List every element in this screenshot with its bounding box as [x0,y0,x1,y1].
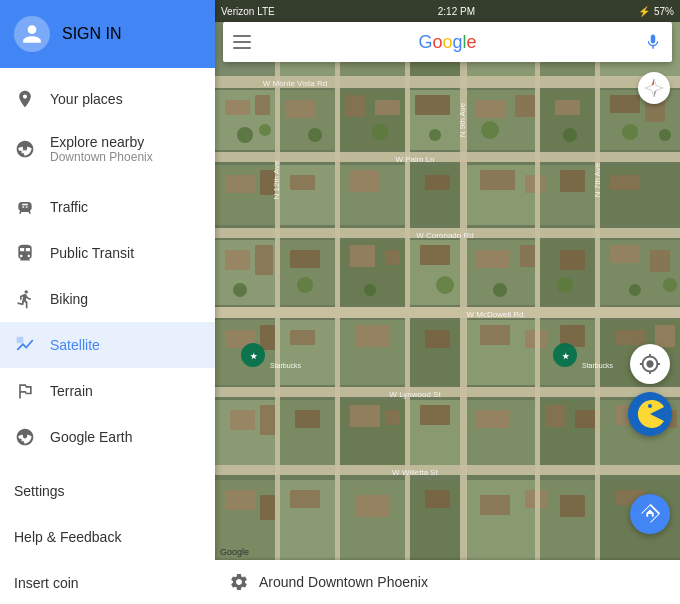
svg-rect-88 [295,410,320,428]
svg-text:W Palm Ln: W Palm Ln [395,155,434,164]
svg-rect-108 [425,490,450,508]
svg-rect-37 [290,175,315,190]
svg-rect-21 [375,100,400,115]
svg-rect-121 [405,22,410,582]
svg-rect-0 [17,337,24,344]
svg-rect-89 [350,405,380,427]
sidebar-label-your-places: Your places [50,91,201,107]
google-search-bar[interactable]: Google [223,22,672,62]
svg-rect-56 [420,245,450,265]
svg-point-136 [364,284,376,296]
sidebar-item-biking[interactable]: Biking [0,276,215,322]
around-settings-icon [229,572,249,592]
sidebar-label-transit: Public Transit [50,245,201,261]
svg-point-125 [237,127,253,143]
sidebar-label-biking: Biking [50,291,201,307]
explore-icon [14,138,36,160]
compass-icon [643,77,665,99]
mic-icon[interactable] [644,33,662,51]
sidebar-item-insert-coin[interactable]: Insert coin [0,560,215,604]
svg-text:N 7th Ave: N 7th Ave [593,162,602,197]
carrier-text: Verizon LTE [221,6,275,17]
nav-icon [639,503,661,525]
svg-rect-19 [285,100,315,118]
sidebar-item-settings[interactable]: Settings [0,468,215,514]
svg-rect-23 [475,100,505,118]
terrain-icon [14,380,36,402]
sidebar-label-traffic: Traffic [50,199,201,215]
svg-point-140 [629,284,641,296]
svg-text:N 9th Ave: N 9th Ave [458,102,467,137]
sidebar-item-google-earth[interactable]: Google Earth [0,414,215,460]
svg-rect-104 [225,490,255,510]
compass-button[interactable] [638,72,670,104]
sidebar-item-terrain[interactable]: Terrain [0,368,215,414]
signin-button[interactable]: SIGN IN [0,0,215,68]
svg-rect-54 [350,245,375,267]
settings-label: Settings [14,483,65,499]
svg-rect-34 [600,165,680,225]
svg-rect-65 [410,320,460,385]
navigation-button[interactable] [630,494,670,534]
sidebar-label-terrain: Terrain [50,383,201,399]
svg-rect-86 [230,410,255,430]
svg-point-141 [663,278,677,292]
svg-point-129 [429,129,441,141]
map-container[interactable]: W Monte Vista Rd W Palm Ln W Coronado Rd… [215,0,680,604]
traffic-icon [14,196,36,218]
svg-point-130 [481,121,499,139]
hamburger-menu-icon[interactable] [233,35,251,49]
sidebar-item-transit[interactable]: Public Transit [0,230,215,276]
svg-rect-17 [225,100,250,115]
svg-rect-80 [280,400,335,465]
svg-rect-11 [280,90,335,150]
my-location-button[interactable] [630,344,670,384]
sidebar-item-help[interactable]: Help & Feedback [0,514,215,560]
sidebar-item-traffic[interactable]: Traffic [0,184,215,230]
svg-text:W Willetta St: W Willetta St [392,468,439,477]
svg-rect-18 [255,95,270,115]
location-icon [14,88,36,110]
svg-rect-107 [355,495,390,517]
svg-rect-118 [215,465,680,475]
svg-rect-101 [465,480,535,560]
svg-rect-20 [345,95,365,117]
svg-point-132 [622,124,638,140]
svg-point-126 [259,124,271,136]
svg-rect-119 [275,22,280,582]
sidebar-item-explore-nearby[interactable]: Explore nearby Downtown Phoenix [0,122,215,176]
help-label: Help & Feedback [14,529,121,545]
sidebar-item-your-places[interactable]: Your places [0,76,215,122]
svg-rect-39 [425,175,450,190]
svg-point-139 [557,277,573,293]
svg-rect-124 [595,22,600,582]
svg-rect-91 [420,405,450,425]
svg-text:W Lynwood St: W Lynwood St [389,390,441,399]
svg-rect-70 [260,325,275,350]
svg-rect-43 [610,175,640,190]
svg-rect-83 [465,400,535,465]
svg-rect-90 [385,410,400,425]
svg-rect-31 [410,165,460,225]
svg-rect-40 [480,170,515,190]
pacman-button[interactable] [628,392,672,436]
sidebar-label-earth: Google Earth [50,429,201,445]
svg-rect-60 [610,245,640,263]
svg-rect-45 [280,240,335,305]
svg-rect-72 [355,325,390,347]
sidebar-item-satellite[interactable]: Satellite [0,322,215,368]
svg-rect-106 [290,490,320,508]
battery-text: 57% [654,6,674,17]
svg-point-134 [233,283,247,297]
location-target-icon [639,353,661,375]
svg-rect-77 [615,330,645,345]
svg-text:Google: Google [220,547,249,557]
svg-point-133 [659,129,671,141]
sidebar-sublabel-explore: Downtown Phoenix [50,150,153,164]
svg-rect-99 [340,480,405,560]
satellite-icon [14,334,36,356]
status-bar: Verizon LTE 2:12 PM ⚡ 57% [215,0,680,22]
around-bar: Around Downtown Phoenix [215,560,680,604]
bike-icon [14,288,36,310]
svg-rect-55 [385,250,400,265]
